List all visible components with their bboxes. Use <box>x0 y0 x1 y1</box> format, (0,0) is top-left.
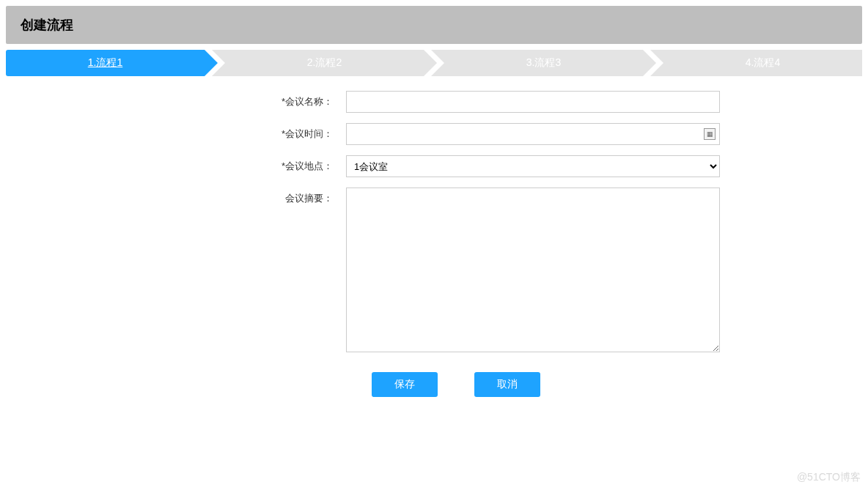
steps-nav: 1.流程1 2.流程2 3.流程3 4.流程4 <box>6 50 862 76</box>
step-1[interactable]: 1.流程1 <box>6 50 205 76</box>
label-meeting-summary: 会议摘要： <box>97 188 346 205</box>
page-title: 创建流程 <box>21 16 847 34</box>
step-label: 2.流程2 <box>307 56 342 70</box>
label-meeting-time: *会议时间： <box>97 123 346 141</box>
button-row: 保存 取消 <box>97 372 771 397</box>
meeting-time-input[interactable] <box>346 123 720 145</box>
step-label: 3.流程3 <box>526 56 561 70</box>
step-3[interactable]: 3.流程3 <box>444 50 643 76</box>
cancel-button[interactable]: 取消 <box>474 372 540 397</box>
step-2[interactable]: 2.流程2 <box>225 50 424 76</box>
meeting-location-select[interactable]: 1会议室 <box>346 155 720 177</box>
form: *会议名称： *会议时间： ▦ *会议地点： 1会议室 会议摘要： 保存 取消 <box>97 91 771 397</box>
meeting-name-input[interactable] <box>346 91 720 113</box>
step-label: 4.流程4 <box>746 56 780 70</box>
row-meeting-summary: 会议摘要： <box>97 188 771 354</box>
row-meeting-name: *会议名称： <box>97 91 771 113</box>
meeting-summary-textarea[interactable] <box>346 188 720 352</box>
row-meeting-time: *会议时间： ▦ <box>97 123 771 145</box>
label-meeting-name: *会议名称： <box>97 91 346 108</box>
row-meeting-location: *会议地点： 1会议室 <box>97 155 771 177</box>
watermark: @51CTO博客 <box>797 471 861 484</box>
step-label: 1.流程1 <box>88 56 122 70</box>
step-4[interactable]: 4.流程4 <box>663 50 862 76</box>
label-meeting-location: *会议地点： <box>97 155 346 173</box>
page-header: 创建流程 <box>6 6 862 44</box>
save-button[interactable]: 保存 <box>372 372 438 397</box>
